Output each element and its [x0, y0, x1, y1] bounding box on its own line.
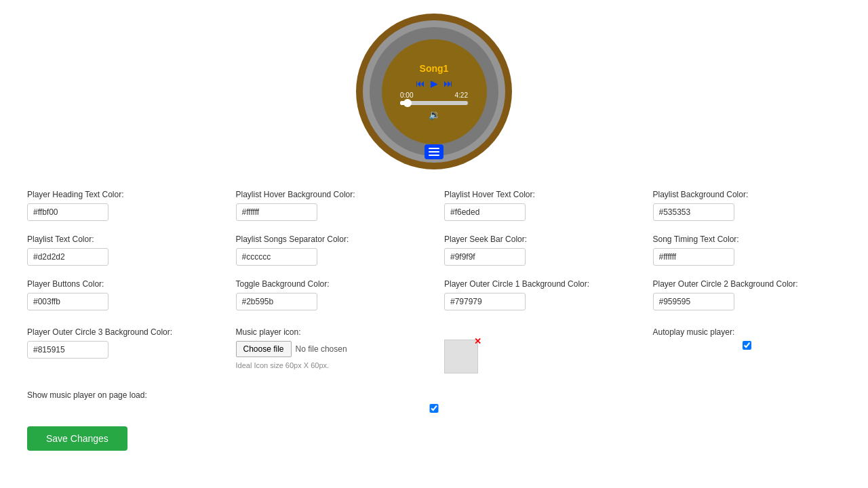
field-toggle-bg-color: Toggle Background Color:: [236, 279, 425, 310]
outer-circle-3: Song1 ⏮ ▶ ⏭ 0:00 4:22: [356, 14, 512, 169]
input-player-buttons-color[interactable]: [27, 293, 108, 310]
playlist-lines: [429, 148, 439, 156]
playlist-line: [429, 148, 439, 149]
player-preview: Song1 ⏮ ▶ ⏭ 0:00 4:22: [27, 14, 841, 169]
input-playlist-hover-bg-color[interactable]: [236, 203, 317, 221]
input-player-outer-circle2-bg-color[interactable]: [653, 293, 734, 310]
input-playlist-songs-separator-color[interactable]: [236, 248, 317, 266]
file-name-text: No file chosen: [296, 344, 347, 354]
next-button[interactable]: ⏭: [443, 78, 453, 89]
input-player-seek-bar-color[interactable]: [444, 248, 526, 266]
time-total: 4:22: [455, 92, 468, 99]
save-button[interactable]: Save Changes: [27, 426, 127, 451]
input-player-heading-text-color[interactable]: [27, 203, 108, 221]
song-title: Song1: [420, 63, 449, 74]
label-show-music-player-on-page-load: Show music player on page load:: [27, 390, 841, 400]
label-playlist-hover-bg-color: Playlist Hover Background Color:: [236, 190, 425, 199]
player-controls: ⏮ ▶ ⏭: [416, 78, 453, 89]
label-toggle-bg-color: Toggle Background Color:: [236, 279, 425, 289]
checkbox-autoplay-music-player[interactable]: [653, 341, 842, 350]
inner-circle: Song1 ⏮ ▶ ⏭ 0:00 4:22: [382, 39, 487, 144]
playlist-line: [429, 155, 439, 156]
label-playlist-hover-text-color: Playlist Hover Text Color:: [444, 190, 633, 199]
prev-button[interactable]: ⏮: [416, 78, 425, 89]
label-playlist-text-color: Playlist Text Color:: [27, 235, 216, 244]
file-hint-text: Ideal Icon size 60px X 60px.: [236, 361, 425, 369]
field-playlist-text-color: Playlist Text Color:: [27, 235, 216, 266]
label-playlist-bg-color: Playlist Background Color:: [653, 190, 842, 199]
field-player-seek-bar-color: Player Seek Bar Color:: [444, 235, 633, 266]
label-player-buttons-color: Player Buttons Color:: [27, 279, 216, 289]
input-player-outer-circle1-bg-color[interactable]: [444, 293, 526, 310]
input-playlist-text-color[interactable]: [27, 248, 108, 266]
seek-bar[interactable]: [400, 101, 468, 105]
seek-thumb: [403, 99, 412, 107]
file-upload-area: Music player icon: Choose file No file c…: [236, 327, 425, 369]
label-playlist-songs-separator-color: Playlist Songs Separator Color:: [236, 235, 425, 244]
input-playlist-bg-color[interactable]: [653, 203, 734, 221]
checkbox-show-music-player-on-page-load[interactable]: [27, 404, 841, 413]
field-playlist-hover-text-color: Playlist Hover Text Color:: [444, 190, 633, 221]
icon-preview: ✕: [444, 340, 478, 373]
input-toggle-bg-color[interactable]: [236, 293, 317, 310]
label-music-player-icon: Music player icon:: [236, 327, 425, 337]
outer-circle-2: Song1 ⏮ ▶ ⏭ 0:00 4:22: [363, 20, 505, 163]
field-playlist-songs-separator-color: Playlist Songs Separator Color:: [236, 235, 425, 266]
playlist-line: [429, 151, 439, 152]
label-player-outer-circle2-bg-color: Player Outer Circle 2 Background Color:: [653, 279, 842, 289]
input-player-outer-circle3-bg-color[interactable]: [27, 341, 108, 359]
field-player-outer-circle2-bg-color: Player Outer Circle 2 Background Color:: [653, 279, 842, 310]
volume-icon[interactable]: 🔉: [429, 109, 440, 120]
file-input-row: Choose file No file chosen: [236, 341, 425, 357]
label-player-heading-text-color: Player Heading Text Color:: [27, 190, 216, 199]
bottom-section: Player Outer Circle 3 Background Color: …: [27, 327, 841, 373]
field-player-outer-circle1-bg-color: Player Outer Circle 1 Background Color:: [444, 279, 633, 310]
timing-row: 0:00 4:22: [400, 92, 468, 99]
checkbox-row-show-music-player: Show music player on page load:: [27, 390, 841, 413]
field-song-timing-text-color: Song Timing Text Color:: [653, 235, 842, 266]
field-player-heading-text-color: Player Heading Text Color:: [27, 190, 216, 221]
field-player-outer-circle3-bg-color: Player Outer Circle 3 Background Color:: [27, 327, 216, 359]
label-song-timing-text-color: Song Timing Text Color:: [653, 235, 842, 244]
choose-file-button[interactable]: Choose file: [236, 341, 292, 357]
playlist-icon[interactable]: [425, 144, 443, 159]
remove-icon[interactable]: ✕: [474, 336, 481, 346]
field-playlist-hover-bg-color: Playlist Hover Background Color:: [236, 190, 425, 221]
icon-preview-wrapper: ✕: [444, 327, 633, 373]
play-button[interactable]: ▶: [431, 78, 438, 89]
label-player-outer-circle3-bg-color: Player Outer Circle 3 Background Color:: [27, 327, 216, 337]
field-playlist-bg-color: Playlist Background Color:: [653, 190, 842, 221]
time-current: 0:00: [400, 92, 413, 99]
input-playlist-hover-text-color[interactable]: [444, 203, 526, 221]
label-player-seek-bar-color: Player Seek Bar Color:: [444, 235, 633, 244]
input-song-timing-text-color[interactable]: [653, 248, 734, 266]
autoplay-section: Autoplay music player:: [653, 327, 842, 350]
label-autoplay-music-player: Autoplay music player:: [653, 327, 842, 337]
settings-grid-row1: Player Heading Text Color: Playlist Hove…: [27, 190, 841, 310]
outer-circle-1: Song1 ⏮ ▶ ⏭ 0:00 4:22: [370, 27, 498, 156]
label-player-outer-circle1-bg-color: Player Outer Circle 1 Background Color:: [444, 279, 633, 289]
field-player-buttons-color: Player Buttons Color:: [27, 279, 216, 310]
